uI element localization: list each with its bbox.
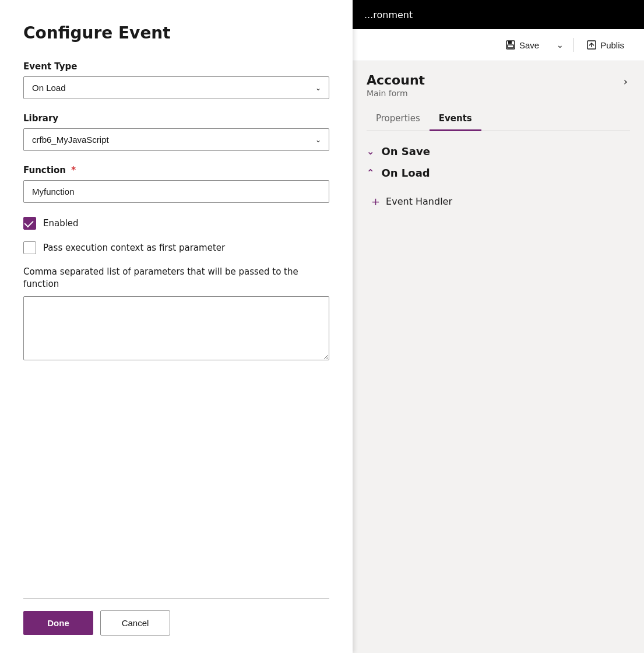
enabled-label: Enabled	[43, 218, 79, 229]
function-label: Function *	[23, 165, 329, 175]
save-icon	[505, 40, 516, 50]
tab-events[interactable]: Events	[430, 107, 481, 131]
dialog-scroll-area: Event Type On Load On Save On Change ⌄ L…	[23, 61, 329, 598]
event-type-select[interactable]: On Load On Save On Change	[23, 76, 329, 99]
pass-context-checkbox-row[interactable]: Pass execution context as first paramete…	[23, 241, 329, 254]
event-type-label: Event Type	[23, 61, 329, 72]
pass-context-label: Pass execution context as first paramete…	[43, 243, 225, 253]
enabled-checkbox-wrapper[interactable]	[23, 217, 36, 230]
function-input[interactable]	[23, 180, 329, 203]
function-required-indicator: *	[71, 165, 76, 175]
on-load-title: On Load	[381, 167, 430, 179]
library-select-wrapper: crfb6_MyJavaScript ⌄	[23, 128, 329, 151]
tab-properties[interactable]: Properties	[367, 107, 430, 131]
event-handler-row[interactable]: + Event Handler	[371, 195, 630, 208]
cancel-button[interactable]: Cancel	[100, 610, 170, 636]
event-type-select-wrapper: On Load On Save On Change ⌄	[23, 76, 329, 99]
enabled-checkbox-row[interactable]: Enabled	[23, 217, 329, 230]
svg-rect-1	[508, 41, 512, 44]
on-save-title: On Save	[381, 145, 430, 157]
enabled-checkbox[interactable]	[23, 217, 36, 230]
events-section: ⌄ On Save ⌃ On Load + Event Handler	[367, 145, 630, 208]
on-save-collapse-icon: ⌄	[367, 146, 374, 157]
dialog-footer: Done Cancel	[23, 598, 329, 653]
done-button[interactable]: Done	[23, 611, 93, 635]
configure-event-dialog: Configure Event Event Type On Load On Sa…	[0, 0, 353, 653]
account-title: Account	[367, 73, 425, 87]
toolbar-divider	[573, 38, 573, 52]
save-button[interactable]: Save	[497, 36, 547, 54]
params-section: Comma separated list of parameters that …	[23, 266, 329, 363]
on-load-expand-icon: ⌃	[367, 167, 374, 178]
library-section: Library crfb6_MyJavaScript ⌄	[23, 113, 329, 151]
on-save-group-header[interactable]: ⌄ On Save	[367, 145, 630, 157]
event-type-section: Event Type On Load On Save On Change ⌄	[23, 61, 329, 99]
publish-button[interactable]: Publis	[578, 36, 632, 54]
right-content: Account Main form › Properties Events ⌄ …	[353, 61, 644, 219]
pass-context-checkbox[interactable]	[23, 241, 36, 254]
pass-context-checkbox-wrapper[interactable]	[23, 241, 36, 254]
toolbar: Save ⌄ Publis	[353, 29, 644, 61]
tabs-row: Properties Events	[367, 107, 630, 131]
save-dropdown-button[interactable]: ⌄	[552, 37, 568, 53]
library-label: Library	[23, 113, 329, 124]
event-handler-label: Event Handler	[386, 196, 452, 207]
account-subtitle: Main form	[367, 89, 425, 98]
account-info: Account Main form	[367, 73, 425, 98]
svg-rect-2	[508, 45, 513, 48]
app-header-text: ...ronment	[364, 9, 413, 20]
publish-icon	[586, 40, 597, 50]
add-event-handler-icon: +	[371, 195, 380, 208]
account-expand-icon[interactable]: ›	[621, 73, 630, 90]
params-textarea[interactable]	[23, 296, 329, 360]
account-section: Account Main form ›	[367, 73, 630, 98]
right-panel: ...ronment Save ⌄ Publis Accoun	[353, 0, 644, 653]
app-header: ...ronment	[353, 0, 644, 29]
dialog-title: Configure Event	[23, 23, 329, 43]
function-section: Function *	[23, 165, 329, 203]
library-select[interactable]: crfb6_MyJavaScript	[23, 128, 329, 151]
params-label: Comma separated list of parameters that …	[23, 266, 329, 290]
on-load-group-header[interactable]: ⌃ On Load	[367, 167, 630, 179]
